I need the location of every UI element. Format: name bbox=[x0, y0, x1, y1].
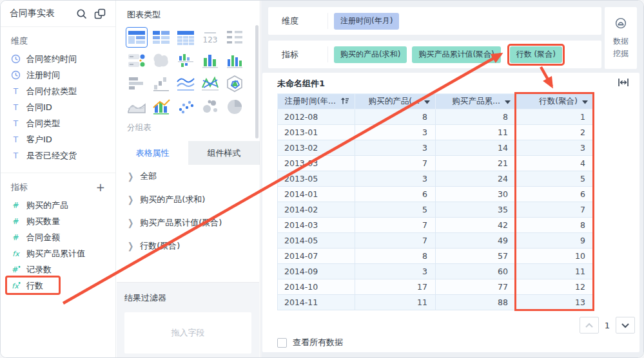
dimension-field-4[interactable]: T合同类型 bbox=[1, 115, 115, 131]
metric-field-5[interactable]: fx行数 bbox=[1, 278, 115, 294]
dimension-shelf-label: 维度 bbox=[268, 15, 327, 27]
dimension-field-6[interactable]: T是否已经交货 bbox=[1, 147, 115, 164]
table-cell: 2013-01 bbox=[278, 125, 355, 140]
table-row-5: 2014-016306 bbox=[278, 187, 594, 202]
chart-type-detail-table-icon[interactable] bbox=[175, 27, 197, 48]
chart-type-column-icon[interactable] bbox=[224, 50, 246, 71]
filter-icon[interactable] bbox=[582, 97, 588, 106]
svg-text:T: T bbox=[13, 103, 19, 112]
chart-type-scatter-chart-icon[interactable] bbox=[175, 97, 197, 117]
chart-type-radar-chart-icon[interactable] bbox=[199, 73, 221, 94]
page-up-button[interactable] bbox=[580, 317, 599, 334]
filter-icon[interactable] bbox=[505, 97, 511, 106]
dim-pill-0[interactable]: 注册时间(年月) bbox=[334, 13, 399, 30]
result-filter-title: 结果过滤器 bbox=[124, 292, 251, 304]
table-cell: 3 bbox=[516, 140, 594, 156]
svg-text:#: # bbox=[12, 265, 18, 274]
metric-field-4[interactable]: #记录数 bbox=[1, 261, 115, 278]
view-all-data-checkbox[interactable] bbox=[277, 338, 287, 348]
met-pill-1[interactable]: 购买产品累计值(聚合) bbox=[412, 46, 500, 63]
text-icon: T bbox=[11, 135, 21, 144]
column-header-3[interactable]: 行数(聚合) bbox=[516, 94, 594, 109]
table-row-4: 2013-053245 bbox=[278, 171, 594, 187]
field-label: 合同金额 bbox=[26, 232, 60, 243]
metric-field-0[interactable]: #购买的产品 bbox=[1, 197, 115, 213]
table-cell: 60 bbox=[436, 264, 516, 279]
table-cell: 30 bbox=[436, 187, 516, 202]
table-row-7: 2014-037428 bbox=[278, 218, 594, 233]
table-cell: 13 bbox=[516, 295, 594, 310]
column-header-0[interactable]: 注册时间(年... bbox=[278, 94, 355, 109]
dimension-field-0[interactable]: 合同签约时间 bbox=[1, 51, 115, 67]
result-table-wrap: 注册时间(年...购买的产品(...购买产品累...行数(聚合) 2012-08… bbox=[277, 93, 594, 310]
table-row-10: 2014-0936011 bbox=[278, 264, 594, 279]
switch-table-icon[interactable] bbox=[93, 7, 106, 20]
tab-table-properties[interactable]: 表格属性 bbox=[117, 141, 188, 165]
chart-type-area-grey-icon[interactable] bbox=[126, 97, 148, 117]
fit-width-icon[interactable] bbox=[618, 77, 629, 90]
chart-type-grouped-table-icon[interactable] bbox=[126, 27, 148, 48]
sort-icon[interactable] bbox=[340, 97, 349, 107]
chart-type-bar-grey-icon[interactable] bbox=[126, 73, 148, 94]
chart-type-multi-column-icon[interactable] bbox=[199, 50, 221, 71]
filter-icon[interactable] bbox=[424, 97, 430, 106]
dimension-field-2[interactable]: T合同付款类型 bbox=[1, 83, 115, 99]
table-row-11: 2014-10177712 bbox=[278, 279, 594, 295]
met-pill-2[interactable]: 行数 (聚合) bbox=[510, 46, 562, 63]
metric-shelf-label: 指标 bbox=[268, 49, 327, 61]
chevron-right-icon: ❯ bbox=[128, 194, 133, 205]
field-sidebar: 合同事实表 维度 合同签约时间注册时间T合同付款类型T合同IDT合同类型T客户I… bbox=[1, 1, 116, 358]
chart-type-bubble-grey-icon[interactable] bbox=[199, 97, 221, 117]
dimension-field-5[interactable]: T客户ID bbox=[1, 131, 115, 147]
highlight-pill-box: 行数 (聚合) bbox=[507, 44, 565, 66]
property-group-3[interactable]: ❯行数(聚合) bbox=[117, 234, 260, 258]
chart-type-kpi-card-icon[interactable]: 123 bbox=[199, 27, 221, 48]
metric-field-2[interactable]: #合同金额 bbox=[1, 229, 115, 245]
chart-type-text-table-icon[interactable] bbox=[224, 27, 246, 48]
property-group-0[interactable]: ❯全部 bbox=[117, 165, 260, 188]
property-group-label: 购买的产品(求和) bbox=[140, 194, 205, 205]
metric-field-3[interactable]: fx购买产品累计值 bbox=[1, 245, 115, 261]
table-cell: 7 bbox=[355, 233, 436, 249]
chart-type-waterfall-grey-icon[interactable] bbox=[150, 73, 172, 94]
page-down-button[interactable] bbox=[616, 317, 635, 334]
metric-field-1[interactable]: #购买数量 bbox=[1, 213, 115, 229]
dimension-pill-area[interactable]: 注册时间(年月) bbox=[328, 13, 399, 30]
result-filter-section: 结果过滤器 拖入字段 bbox=[117, 282, 259, 358]
metric-pill-area[interactable]: 购买的产品(求和)购买产品累计值(聚合)行数 (聚合) bbox=[328, 44, 565, 66]
filter-drop-zone[interactable]: 拖入字段 bbox=[124, 312, 251, 353]
table-cell: 7 bbox=[516, 202, 594, 218]
chart-type-filled-map-icon[interactable] bbox=[150, 50, 172, 71]
search-icon[interactable] bbox=[75, 7, 88, 20]
table-cell: 6 bbox=[516, 187, 594, 202]
property-group-2[interactable]: ❯购买产品累计值(聚合) bbox=[117, 211, 260, 234]
chart-type-area-map-icon[interactable] bbox=[224, 73, 246, 94]
table-cell: 10 bbox=[516, 249, 594, 264]
svg-text:T: T bbox=[13, 119, 19, 128]
table-cell: 42 bbox=[436, 218, 516, 233]
widget-title: 未命名组件1 bbox=[277, 78, 325, 90]
chart-type-agg-panel-icon[interactable] bbox=[126, 50, 148, 71]
chart-type-pie-grey-icon[interactable] bbox=[224, 97, 246, 117]
column-header-2[interactable]: 购买产品累... bbox=[436, 94, 516, 109]
tab-component-style[interactable]: 组件样式 bbox=[188, 141, 260, 165]
field-label: 是否已经交货 bbox=[26, 150, 77, 162]
data-mining-button[interactable]: 数据 挖掘 bbox=[605, 7, 637, 69]
table-cell: 7 bbox=[355, 218, 436, 233]
chart-type-combo-chart-icon[interactable] bbox=[150, 97, 172, 117]
column-header-1[interactable]: 购买的产品(... bbox=[355, 94, 436, 109]
add-metric-button[interactable]: + bbox=[96, 182, 105, 193]
chart-type-cross-table-icon[interactable] bbox=[150, 27, 172, 48]
metric-shelf: 指标 购买的产品(求和)购买产品累计值(聚合)行数 (聚合) bbox=[268, 41, 601, 68]
panel-scrollbar[interactable] bbox=[255, 25, 259, 138]
svg-text:#: # bbox=[12, 233, 19, 242]
table-widget-card: 未命名组件1 注册时间(年...购买的产品(...购买产品累...行数(聚合) … bbox=[262, 73, 639, 352]
table-cell: 3 bbox=[355, 171, 436, 187]
table-cell: 2012-08 bbox=[278, 109, 355, 125]
property-group-1[interactable]: ❯购买的产品(求和) bbox=[117, 188, 260, 211]
met-pill-0[interactable]: 购买的产品(求和) bbox=[334, 46, 407, 63]
dimension-field-3[interactable]: T合同ID bbox=[1, 99, 115, 115]
dimension-field-1[interactable]: 注册时间 bbox=[1, 67, 115, 83]
chart-type-line-chart-icon[interactable] bbox=[175, 73, 197, 94]
chart-type-zone-column-icon[interactable] bbox=[175, 50, 197, 71]
